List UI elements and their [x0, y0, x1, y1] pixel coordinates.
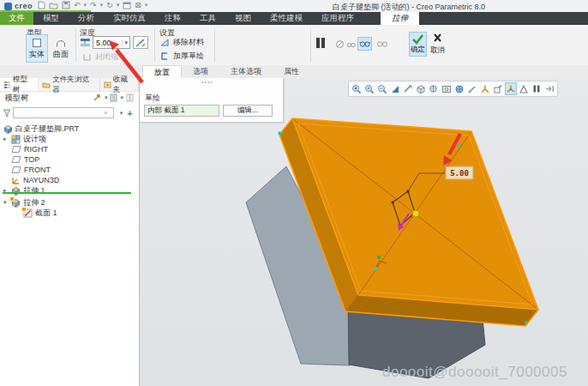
closed-ends-option[interactable]: 封闭端: [82, 51, 118, 63]
save-icon[interactable]: [62, 1, 70, 9]
perspective-icon[interactable]: [518, 82, 530, 95]
menu-tab-view[interactable]: 视图: [225, 12, 261, 25]
new-feature-badge: [9, 196, 15, 202]
3d-dragger-icon[interactable]: [505, 82, 517, 95]
undo-icon[interactable]: ↶: [74, 1, 81, 9]
redo-icon[interactable]: ↷: [90, 1, 97, 9]
filter-funnel-icon[interactable]: [3, 109, 11, 118]
dimension-value-text[interactable]: 5.00: [450, 169, 469, 178]
graphics-area[interactable]: 5.00 •••• 草绘 内部 截面 1 编辑... dooooit@doooo…: [140, 78, 588, 386]
surface-type-button[interactable]: 曲面: [50, 34, 72, 63]
insert-indicator[interactable]: [3, 192, 131, 194]
menu-tab-tools[interactable]: 工具: [190, 12, 225, 25]
vertex-marker[interactable]: [279, 132, 282, 136]
tab-placement[interactable]: 放置: [142, 65, 182, 78]
depth-dropdown-icon[interactable]: ▾: [122, 39, 129, 46]
tree-display-dropdown-icon[interactable]: ▾: [120, 94, 123, 101]
cancel-button[interactable]: 取消: [429, 32, 447, 57]
filter-add-icon[interactable]: +: [127, 108, 132, 118]
menu-tab-applications[interactable]: 应用程序: [312, 12, 363, 25]
tab-properties[interactable]: 属性: [273, 65, 310, 78]
customize-toolbar-icon[interactable]: ▾: [145, 2, 148, 9]
menu-bar: 文件 模型 分析 实时仿真 注释 工具 视图 柔性建模 应用程序 拉伸: [0, 12, 588, 25]
orient-mode-icon[interactable]: [492, 82, 504, 95]
exit-icon[interactable]: [543, 82, 555, 95]
menu-tab-extrude-active[interactable]: 拉伸: [381, 12, 419, 25]
watermark-text: dooooit@dooooit_7000005: [382, 364, 567, 381]
tree-item-design-items[interactable]: ▸ 设计项: [3, 134, 46, 144]
undo-dropdown-icon[interactable]: ▾: [84, 2, 87, 9]
remove-material-icon: [159, 38, 170, 47]
new-feature-badge: [21, 207, 27, 212]
tab-model-tree[interactable]: 模型树: [0, 78, 39, 91]
zoom-out-icon[interactable]: [376, 82, 388, 95]
annotation-display-icon[interactable]: [466, 82, 478, 95]
no-preview-icon[interactable]: [335, 39, 345, 49]
new-file-icon[interactable]: [38, 1, 45, 9]
tree-item-top-plane[interactable]: TOP: [11, 154, 39, 165]
panel-grip-icon[interactable]: ••••: [201, 79, 213, 85]
tree-columns-icon[interactable]: [126, 93, 134, 102]
vertex-marker[interactable]: [458, 145, 461, 148]
menu-tab-file[interactable]: 文件: [0, 12, 33, 25]
regenerate-icon[interactable]: ↻: [106, 1, 113, 9]
redo-dropdown-icon[interactable]: ▾: [100, 2, 104, 9]
tab-body-options[interactable]: 主体选项: [219, 65, 273, 78]
menu-tab-live-simulation[interactable]: 实时仿真: [104, 12, 155, 25]
tree-item-right-plane[interactable]: RIGHT: [11, 144, 48, 154]
title-bar: creo ↶▾ ↷▾ ↻▾ ⊠ ▾ 白桌子腿垫脚 (活动的) - Creo Pa…: [0, 0, 588, 13]
saved-orientations-icon[interactable]: [415, 82, 427, 95]
feature-preview-toggle[interactable]: [357, 37, 372, 51]
flip-depth-button[interactable]: [133, 36, 148, 49]
depth-type-icon[interactable]: [80, 37, 91, 48]
expander-icon[interactable]: ▾: [3, 199, 9, 206]
sketch-vertex[interactable]: [392, 202, 394, 204]
glasses-icon[interactable]: [376, 39, 388, 48]
ok-button[interactable]: 确定: [409, 32, 427, 57]
attached-preview-icon[interactable]: [346, 39, 356, 49]
tab-options[interactable]: 选项: [182, 65, 219, 78]
depth-value-combobox[interactable]: 5.00 ▾: [93, 36, 130, 49]
close-window-icon[interactable]: ⊠: [135, 1, 141, 9]
refit-icon[interactable]: [351, 82, 363, 95]
tree-settings-dropdown-icon[interactable]: ▾: [105, 94, 108, 101]
vertex-marker[interactable]: [525, 322, 529, 325]
tree-item-extrude-1[interactable]: ▸ 拉伸 1: [3, 185, 45, 196]
regenerate-dropdown-icon[interactable]: ▾: [117, 2, 120, 9]
thicken-sketch-option[interactable]: 加厚草绘: [159, 51, 204, 62]
expander-icon[interactable]: ▸: [3, 136, 9, 142]
spin-center-icon[interactable]: [479, 82, 491, 95]
depth-drag-handle[interactable]: [412, 210, 419, 217]
menu-tab-analysis[interactable]: 分析: [69, 12, 104, 25]
display-style-icon[interactable]: [402, 82, 414, 95]
windows-icon[interactable]: [123, 2, 131, 9]
capture-image-icon[interactable]: [441, 82, 453, 95]
filter-clear-icon[interactable]: ×: [104, 109, 108, 117]
repaint-icon[interactable]: [389, 82, 401, 95]
tree-item-front-plane[interactable]: FRONT: [11, 165, 51, 175]
tree-item-section-1[interactable]: 截面 1: [23, 208, 57, 218]
menu-tab-flexible-modeling[interactable]: 柔性建模: [261, 12, 312, 25]
tab-favorites[interactable]: 收藏夹: [100, 78, 139, 91]
zoom-in-icon[interactable]: [363, 82, 375, 95]
menu-tab-model[interactable]: 模型: [33, 12, 69, 25]
menu-tab-annotate[interactable]: 注释: [155, 12, 190, 25]
tree-item-part[interactable]: 白桌子腿垫脚.PRT: [3, 124, 79, 134]
pause-icon[interactable]: [315, 37, 326, 49]
tree-filter-input[interactable]: [13, 107, 114, 118]
tree-settings-icon[interactable]: [93, 93, 102, 102]
edit-sketch-button[interactable]: 编辑...: [223, 105, 273, 117]
datum-display-filter-icon[interactable]: [453, 82, 465, 95]
tree-display-icon[interactable]: [110, 93, 117, 102]
tab-folder-browser[interactable]: 文件夹浏览器: [39, 78, 100, 91]
open-file-icon[interactable]: [49, 1, 58, 9]
depth-value[interactable]: 5.00: [93, 39, 122, 47]
view-normal-icon[interactable]: [428, 82, 440, 95]
pause-display-icon[interactable]: [531, 82, 543, 95]
remove-material-option[interactable]: 移除材料: [159, 37, 204, 48]
solid-type-button[interactable]: 实体: [26, 34, 48, 63]
model-viewport[interactable]: 5.00: [140, 78, 588, 386]
tree-item-csys[interactable]: NAYUN3D: [11, 175, 59, 185]
sketch-collector-field[interactable]: 内部 截面 1: [144, 105, 219, 117]
filter-dropdown-icon[interactable]: ▾: [120, 110, 123, 117]
